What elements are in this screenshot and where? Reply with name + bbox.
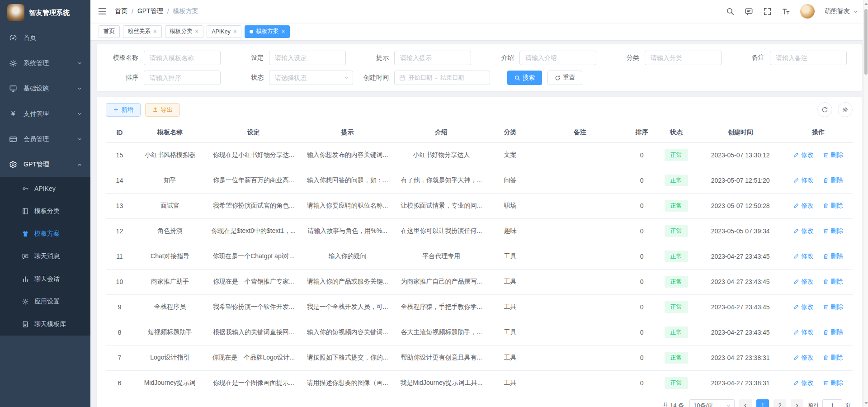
status-select[interactable] (269, 71, 353, 85)
tab-fans[interactable]: 粉丝关系 × (123, 25, 162, 38)
scrollbar-thumb[interactable] (864, 9, 868, 75)
table-row: 11 Chat对接指导 你现在是一个Chatgpt api对... 输入你的疑问… (106, 244, 853, 269)
page-button-1[interactable]: 1 (756, 399, 769, 407)
close-icon[interactable]: × (233, 28, 237, 34)
delete-link[interactable]: 删除 (823, 202, 843, 210)
sidebar-item-template-category[interactable]: 模板分类 (0, 200, 90, 222)
delete-link[interactable]: 删除 (823, 227, 843, 235)
sidebar-collapse-icon[interactable] (98, 7, 107, 16)
edit-icon (793, 329, 799, 335)
filter-prompt-field: 提示 (356, 51, 477, 65)
sidebar-item-gpt[interactable]: GPT管理 (0, 152, 90, 177)
tab-home[interactable]: 首页 (99, 25, 120, 38)
edit-link[interactable]: 修改 (793, 151, 814, 159)
cell-status: 正常 (656, 142, 697, 168)
goto-page-input[interactable] (822, 399, 842, 407)
date-range-picker[interactable]: 开始日期 - 结束日期 (394, 71, 490, 85)
filter-label: 提示 (356, 54, 389, 62)
trash-icon (823, 355, 829, 360)
edit-link[interactable]: 修改 (793, 202, 814, 210)
edit-link[interactable]: 修改 (793, 379, 814, 387)
breadcrumb-home[interactable]: 首页 (115, 7, 127, 15)
table-row: 7 Logo设计指引 你现在是一个品牌Logo设计... 请按照如下格式提交，你… (106, 345, 853, 370)
edit-link[interactable]: 修改 (793, 252, 814, 260)
message-icon[interactable] (745, 7, 753, 16)
edit-link[interactable]: 修改 (793, 176, 814, 185)
sort-input[interactable] (144, 71, 221, 85)
export-button[interactable]: 导出 (145, 103, 180, 117)
edit-link[interactable]: 修改 (793, 278, 814, 286)
cell-intro: 帮助你设计更有创意且具有... (394, 345, 488, 370)
cell-ops: 修改 删除 (784, 142, 853, 168)
delete-link[interactable]: 删除 (823, 303, 843, 311)
vertical-scrollbar[interactable] (863, 0, 868, 407)
tab-template-plan[interactable]: 模板方案 × (245, 25, 290, 38)
search-button[interactable]: 搜索 (507, 71, 542, 85)
close-icon[interactable]: × (195, 28, 199, 34)
cell-prompt: 请输入你的产品或服务关键... (301, 269, 395, 294)
filter-intro-field: 介绍 (481, 51, 602, 65)
setting-input[interactable] (269, 51, 346, 65)
font-size-icon[interactable] (782, 7, 790, 16)
scrollbar-down-arrow-icon[interactable] (864, 402, 868, 404)
delete-link[interactable]: 删除 (823, 151, 843, 159)
delete-link[interactable]: 删除 (823, 278, 843, 286)
sidebar-item-home[interactable]: 首页 (0, 25, 90, 51)
delete-link[interactable]: 删除 (823, 354, 843, 362)
sidebar-item-system[interactable]: 系统管理 (0, 51, 90, 76)
sidebar-item-chat-template-library[interactable]: 聊天模板库 (0, 313, 90, 336)
sidebar-item-chat-messages[interactable]: 聊天消息 (0, 245, 90, 268)
cell-remark (532, 142, 628, 168)
trash-icon (823, 380, 829, 386)
delete-link[interactable]: 删除 (823, 328, 843, 336)
fullscreen-icon[interactable] (763, 7, 772, 16)
top-navbar: 首页 / GPT管理 / 模板方案 (90, 0, 868, 23)
category-input[interactable] (645, 51, 722, 65)
cell-intro: 小红书好物分享达人 (394, 142, 488, 168)
cell-remark (532, 168, 628, 193)
sidebar-item-payment[interactable]: ¥ 支付管理 (0, 101, 90, 127)
sidebar-item-app-settings[interactable]: 应用设置 (0, 290, 90, 313)
search-icon[interactable] (726, 7, 735, 16)
cell-id: 6 (106, 370, 133, 396)
cell-remark (532, 345, 628, 370)
column-settings-button[interactable] (838, 102, 853, 117)
sidebar-item-template-plan[interactable]: 模板方案 (0, 222, 90, 245)
close-icon[interactable]: × (153, 28, 157, 34)
breadcrumb-gpt[interactable]: GPT管理 (137, 7, 163, 15)
tab-apikey[interactable]: APIKey × (207, 25, 241, 38)
reset-button[interactable]: 重置 (547, 71, 582, 85)
sidebar-item-member[interactable]: 会员管理 (0, 127, 90, 152)
delete-link[interactable]: 删除 (823, 252, 843, 260)
edit-link[interactable]: 修改 (793, 354, 814, 362)
sidebar-item-chat-sessions[interactable]: 聊天会话 (0, 268, 90, 290)
intro-input[interactable] (519, 51, 596, 65)
close-icon[interactable]: × (281, 28, 285, 34)
prompt-input[interactable] (394, 51, 471, 65)
edit-link[interactable]: 修改 (793, 303, 814, 311)
sidebar-item-apikey[interactable]: APIKey (0, 177, 90, 200)
scrollbar-up-arrow-icon[interactable] (864, 3, 868, 5)
tab-template-category[interactable]: 模板分类 × (165, 25, 204, 38)
edit-link[interactable]: 修改 (793, 227, 814, 235)
name-input[interactable] (144, 51, 221, 65)
refresh-button[interactable] (817, 102, 832, 117)
monitor-icon (9, 85, 17, 93)
filter-label: 设定 (231, 54, 264, 62)
cell-intro: 在这里你可以让我扮演任何... (394, 218, 488, 244)
app-title: 智友管理系统 (29, 9, 70, 17)
page-size-select[interactable]: 10条/页 (689, 399, 735, 407)
add-button[interactable]: 新增 (106, 103, 141, 117)
sidebar-item-infra[interactable]: 基础设施 (0, 76, 90, 101)
edit-link[interactable]: 修改 (793, 328, 814, 336)
user-menu[interactable]: 萌熊智友 (825, 7, 858, 15)
prev-page-button[interactable] (739, 399, 752, 407)
delete-link[interactable]: 删除 (823, 176, 843, 185)
delete-link[interactable]: 删除 (823, 379, 843, 387)
next-page-button[interactable] (791, 399, 803, 407)
date-separator: - (435, 75, 437, 81)
status-badge: 正常 (665, 175, 688, 186)
page-button-2[interactable]: 2 (774, 399, 786, 407)
remark-input[interactable] (770, 51, 847, 65)
avatar[interactable] (800, 4, 815, 19)
